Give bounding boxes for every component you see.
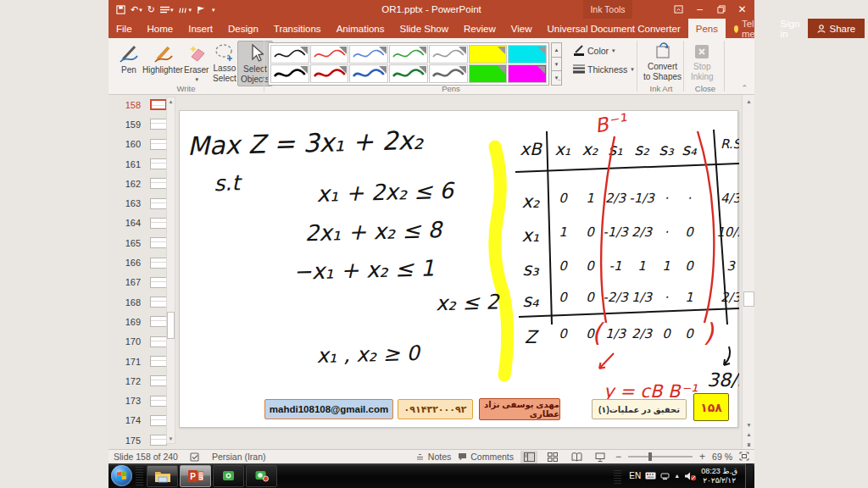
ribbon-tab[interactable]: View: [504, 19, 540, 38]
ribbon-tab[interactable]: Design: [220, 19, 266, 38]
tableau-text: 0: [559, 258, 568, 274]
slide-counter[interactable]: Slide 158 of 240: [114, 452, 178, 462]
slide-thumbnail: [150, 375, 167, 386]
tableau-text: 0: [586, 290, 595, 305]
tell-me-box[interactable]: Tell me...: [727, 19, 773, 38]
slide-thumbnail: [150, 99, 167, 110]
slide-sorter-view-button[interactable]: [544, 451, 561, 463]
sign-in-link[interactable]: Sign in: [773, 19, 808, 38]
scrollbar-thumb[interactable]: [167, 312, 175, 339]
tray-expand-icon[interactable]: ▲: [674, 473, 680, 479]
keyboard-layout-icon[interactable]: [645, 471, 656, 480]
spellcheck-icon[interactable]: [190, 452, 200, 462]
zoom-slider[interactable]: [628, 456, 693, 458]
slide-thumbnail: [150, 158, 167, 169]
slide-number-label: 171: [108, 357, 141, 367]
tableau-text: R.S: [721, 136, 739, 152]
slide-number-label: 175: [108, 435, 141, 446]
taskbar-explorer-button[interactable]: [147, 465, 178, 487]
share-button[interactable]: Share: [808, 19, 865, 38]
ribbon-tab[interactable]: Home: [140, 19, 181, 38]
ribbon-tab[interactable]: Animations: [329, 19, 392, 38]
tableau-text: -1: [609, 258, 622, 274]
draw-shape-icon[interactable]: [197, 5, 206, 14]
tableau-text: 0: [559, 191, 568, 206]
zoom-slider-thumb[interactable]: [648, 452, 652, 461]
language-indicator[interactable]: Persian (Iran): [212, 452, 266, 462]
show-desktop-button[interactable]: [745, 463, 753, 488]
language-badge[interactable]: EN: [629, 471, 641, 480]
scroll-down-icon[interactable]: ▼: [167, 435, 175, 443]
taskbar-powerpoint-button[interactable]: P: [180, 465, 211, 487]
thumbnail-scrollbar[interactable]: ▲ ▼: [166, 97, 175, 444]
slide-thumbnail: [150, 297, 167, 308]
close-group: Close: [687, 38, 724, 94]
ribbon-tab[interactable]: Review: [456, 19, 504, 38]
close-icon[interactable]: ✕: [732, 0, 753, 19]
tableau-text: 1/3: [632, 290, 654, 305]
tableau-text: 2/3: [632, 326, 654, 341]
ribbon-display-options-icon[interactable]: [668, 0, 689, 19]
zoom-level[interactable]: 69 %: [712, 452, 732, 462]
lightbulb-icon: [734, 25, 738, 32]
slide-canvas[interactable]: Max Z = 3x₁ + 2x₂ s.t x₁ + 2x₂ ≤ 6 2x₁ +…: [179, 110, 738, 428]
slide-number-label: 172: [108, 376, 141, 386]
ribbon-tab[interactable]: Transitions: [266, 19, 329, 38]
undo-icon[interactable]: ↶▾: [131, 5, 142, 14]
slideshow-view-button[interactable]: [592, 451, 609, 463]
tray-app-icon[interactable]: [660, 472, 670, 480]
reading-view-button[interactable]: [568, 451, 585, 463]
tableau-text: 2/3: [721, 290, 739, 305]
title-bar: ↶▾ ↻ ▾ ▾ ▾ OR1.pptx - PowerPoint Ink Too…: [108, 0, 754, 19]
normal-view-button[interactable]: [520, 451, 537, 463]
ink-objective-value: 38/3: [707, 369, 739, 391]
slide-number-label: 169: [108, 317, 141, 327]
volume-muted-icon[interactable]: [684, 471, 697, 481]
redo-icon[interactable]: ↻: [147, 5, 155, 14]
fit-to-window-icon[interactable]: [739, 452, 749, 463]
slide-number-label: 161: [108, 159, 141, 169]
scroll-up-icon[interactable]: ▲: [743, 97, 754, 107]
ribbon-tab[interactable]: Universal Document Converter: [540, 19, 688, 38]
taskbar-recorder-button[interactable]: [246, 465, 277, 487]
undo-caret-icon[interactable]: ▾: [139, 7, 142, 13]
ribbon-tab[interactable]: Insert: [181, 19, 220, 38]
save-icon[interactable]: [116, 5, 125, 14]
quick-access-toolbar: ↶▾ ↻ ▾ ▾ ▾: [108, 0, 215, 19]
write-group: Write: [108, 38, 264, 94]
restore-icon[interactable]: [710, 0, 732, 19]
vertical-scrollbar[interactable]: ▲ ▼ ▲▲ ▼: [742, 95, 754, 449]
taskbar-capture-button[interactable]: [213, 465, 244, 487]
comments-button[interactable]: Comments: [458, 452, 514, 462]
list-icon[interactable]: ▾: [160, 6, 174, 14]
comments-icon: [458, 452, 467, 461]
inking-icon[interactable]: ▾: [178, 5, 192, 14]
zoom-in-icon[interactable]: +: [699, 451, 705, 463]
ribbon-tab[interactable]: Pens: [688, 19, 726, 38]
slide-number-label: 170: [108, 336, 141, 347]
ribbon-tab[interactable]: Slide Show: [392, 19, 457, 38]
zoom-out-icon[interactable]: −: [615, 451, 621, 463]
slide-thumbnail: [150, 198, 167, 209]
slideshow-icon: [595, 452, 605, 462]
scrollbar-thumb[interactable]: [743, 291, 754, 307]
tableau-text: -1/3: [603, 225, 629, 240]
ribbon-tab-row: FileHomeInsertDesignTransitionsAnimation…: [108, 19, 754, 38]
email-box: mahdi108108@gmail.com: [264, 399, 393, 419]
previous-slide-icon[interactable]: ▲▲: [743, 430, 754, 440]
taskbar-clock[interactable]: ق.ظ 08:23 ۲۰۲۵/۲/۱۲: [701, 467, 737, 485]
slide-number-label: 164: [108, 218, 141, 228]
start-button[interactable]: [111, 465, 132, 486]
slide-number-label: 163: [108, 198, 141, 208]
tableau-text: 0: [586, 258, 595, 274]
tableau-text: s₂: [634, 140, 650, 158]
tableau-text: 1: [662, 258, 670, 274]
qat-customize-icon[interactable]: ▾: [211, 7, 215, 13]
ribbon-tab[interactable]: File: [108, 19, 140, 38]
scroll-up-icon[interactable]: ▲: [167, 97, 175, 106]
minimize-icon[interactable]: –: [689, 0, 710, 19]
tableau-text: s₄: [682, 140, 697, 158]
collapse-ribbon-icon[interactable]: ⌃: [741, 84, 748, 92]
tableau-text: ·: [665, 225, 669, 240]
notes-button[interactable]: Notes: [415, 452, 451, 462]
